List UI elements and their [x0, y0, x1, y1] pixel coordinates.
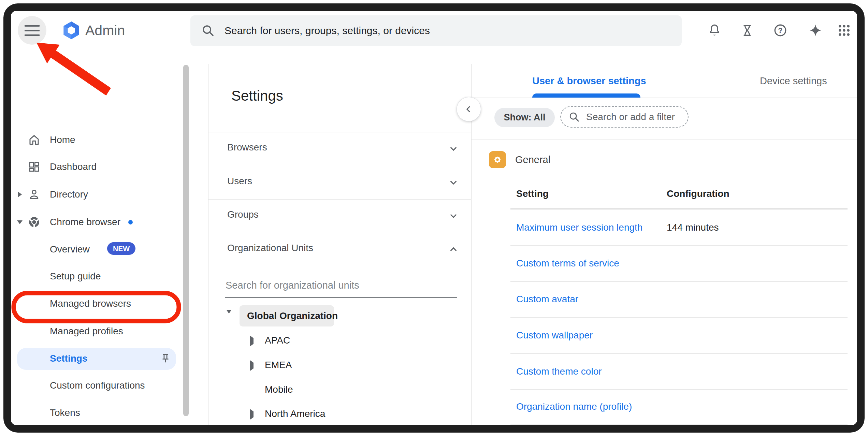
accordion-users[interactable]: Users: [208, 166, 472, 199]
sidebar-item-label: Settings: [50, 353, 87, 364]
general-section-icon: [489, 151, 506, 168]
table-row: Custom wallpaper: [472, 324, 848, 346]
sidebar-item-label: Dashboard: [50, 161, 97, 172]
sidebar-item-custom-configurations[interactable]: Custom configurations: [11, 375, 182, 396]
tree-item-emea[interactable]: EMEA: [208, 354, 447, 376]
tree-expand-down-icon[interactable]: [227, 314, 231, 320]
sidebar-item-label: Tokens: [50, 407, 80, 418]
accordion-organizational-units[interactable]: Organizational Units: [208, 233, 472, 266]
chevron-down-icon: [447, 210, 460, 222]
push-pin-icon: [160, 353, 171, 364]
menu-icon: [25, 25, 40, 27]
setting-link[interactable]: Custom wallpaper: [516, 324, 593, 346]
dashboard-icon: [27, 159, 42, 174]
sidebar-item-tokens[interactable]: Tokens: [11, 402, 182, 424]
tree-item-global-organization[interactable]: Global Organization: [208, 305, 447, 326]
chevron-up-icon: [447, 243, 460, 256]
active-tab-underline: [532, 93, 640, 98]
sidebar-item-label: Setup guide: [50, 271, 101, 282]
sidebar-item-label: Custom configurations: [50, 380, 145, 391]
sidebar-item-home[interactable]: Home: [11, 129, 182, 151]
org-unit-search-input[interactable]: [225, 279, 451, 291]
search-icon: [568, 111, 580, 123]
column-header-setting: Setting: [516, 183, 549, 205]
tree-expand-right-icon[interactable]: [250, 338, 254, 344]
main-menu-button[interactable]: [18, 16, 46, 45]
tree-expand-right-icon[interactable]: [250, 411, 254, 418]
global-search-input[interactable]: [224, 25, 662, 37]
setting-configuration: 144 minutes: [667, 217, 719, 238]
tree-expand-right-icon[interactable]: [250, 363, 254, 369]
admin-console-window: Admin ?: [11, 11, 857, 425]
filter-search-input[interactable]: [585, 111, 679, 123]
chevron-left-icon: [463, 103, 475, 115]
accordion-label: Organizational Units: [227, 243, 313, 253]
tasks-button[interactable]: [735, 18, 760, 43]
setting-link[interactable]: Custom avatar: [516, 288, 578, 310]
sidebar-item-managed-profiles[interactable]: Managed profiles: [11, 320, 182, 342]
global-search-bar[interactable]: [190, 15, 682, 46]
navigation-sidebar: Home Dashboard Directory: [11, 64, 208, 425]
column-header-configuration: Configuration: [667, 183, 729, 205]
person-icon: [27, 187, 42, 202]
sidebar-item-setup-guide[interactable]: Setup guide: [11, 265, 182, 287]
tree-item-apac[interactable]: APAC: [208, 330, 447, 351]
tab-user-browser-settings[interactable]: User & browser settings: [532, 70, 646, 92]
tree-item-north-america[interactable]: North America: [208, 403, 447, 424]
sidebar-item-overview[interactable]: Overview NEW: [11, 238, 182, 260]
accordion-label: Browsers: [227, 142, 267, 153]
settings-scope-panel: Settings Browsers Users Groups Organizat…: [208, 64, 472, 425]
sidebar-scrollbar[interactable]: [183, 65, 189, 416]
settings-detail-panel: User & browser settings Device settings …: [472, 64, 857, 425]
accordion-label: Users: [227, 176, 252, 187]
sidebar-item-directory[interactable]: Directory: [11, 184, 182, 205]
chrome-icon: [27, 215, 42, 230]
setting-link[interactable]: Custom terms of service: [516, 252, 619, 274]
bell-icon: [707, 23, 722, 38]
table-row: Organization name (profile): [472, 396, 848, 418]
sidebar-item-label: Directory: [50, 189, 88, 200]
tree-item-mobile[interactable]: Mobile: [208, 379, 447, 400]
sidebar-item-label: Managed profiles: [50, 326, 123, 337]
table-row: Custom terms of service: [472, 252, 848, 274]
org-unit-search-underline: [225, 297, 457, 298]
hourglass-icon: [740, 24, 754, 37]
setting-link[interactable]: Organization name (profile): [516, 396, 632, 418]
sidebar-item-settings[interactable]: Settings: [11, 348, 182, 369]
gear-icon: [492, 154, 503, 165]
gemini-button[interactable]: [803, 18, 828, 43]
sidebar-item-label: Chrome browser: [50, 217, 120, 228]
table-row: Custom avatar: [472, 288, 848, 310]
tab-device-settings[interactable]: Device settings: [760, 70, 827, 92]
chevron-down-icon: [447, 176, 460, 189]
accordion-browsers[interactable]: Browsers: [208, 132, 472, 165]
sidebar-item-chrome-browser[interactable]: Chrome browser: [11, 211, 182, 233]
filter-search[interactable]: [560, 106, 689, 128]
sparkle-icon: [808, 23, 823, 38]
notifications-button[interactable]: [702, 18, 727, 43]
chevron-down-icon: [447, 143, 460, 155]
product-title: Admin: [85, 22, 125, 39]
expand-down-icon[interactable]: [16, 220, 24, 224]
org-unit-search[interactable]: [225, 275, 457, 296]
pin-button[interactable]: [157, 348, 174, 369]
setting-link[interactable]: Custom theme color: [516, 361, 602, 382]
screenshot-frame: Admin ?: [3, 3, 865, 433]
section-title: General: [515, 149, 550, 170]
accordion-groups[interactable]: Groups: [208, 199, 472, 233]
sidebar-item-managed-browsers[interactable]: Managed browsers: [11, 293, 182, 315]
expand-right-icon[interactable]: [16, 192, 24, 197]
help-icon: ?: [773, 23, 787, 38]
setting-link[interactable]: Maximum user session length: [516, 217, 642, 238]
google-admin-logo-icon: [62, 21, 81, 40]
sidebar-item-dashboard[interactable]: Dashboard: [11, 156, 182, 178]
show-filter-chip[interactable]: Show: All: [494, 108, 555, 127]
top-app-bar: Admin ?: [11, 11, 857, 64]
notification-dot: [128, 220, 133, 224]
panel-title: Settings: [231, 88, 283, 104]
collapse-panel-button[interactable]: [457, 97, 481, 121]
apps-grid-button[interactable]: [832, 18, 856, 43]
help-button[interactable]: ?: [768, 18, 793, 43]
table-header-divider: [510, 208, 848, 209]
new-badge: NEW: [107, 242, 135, 255]
